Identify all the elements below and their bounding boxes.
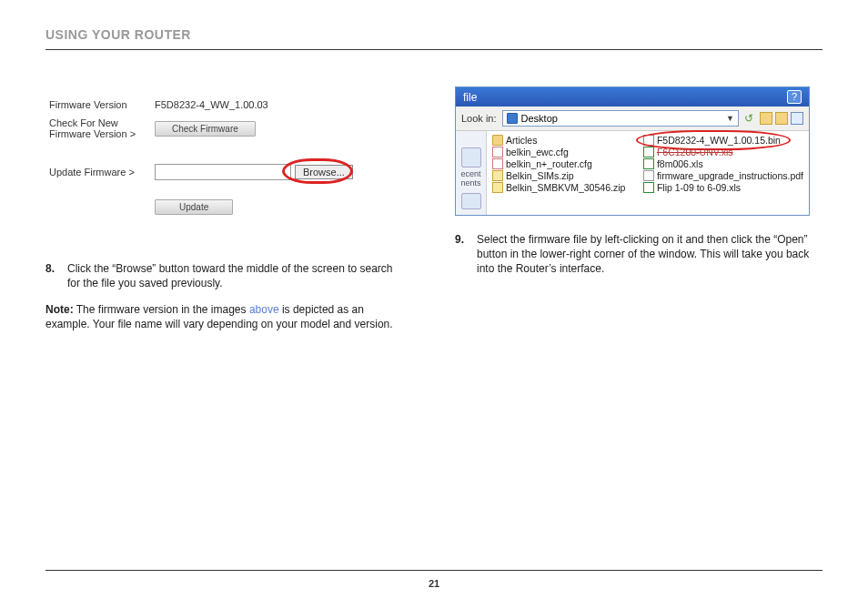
back-icon[interactable]: ↺ [744, 112, 757, 125]
browse-button[interactable]: Browse... [295, 165, 353, 179]
file-dialog-sidebar: ecent nents [456, 131, 487, 215]
file-listing: Articlesbelkin_ewc.cfgbelkin_n+_router.c… [487, 131, 809, 215]
up-icon[interactable] [760, 112, 772, 125]
update-firmware-label: Update Firmware > [45, 167, 155, 178]
pdf-icon [643, 170, 654, 181]
desktop-icon [507, 113, 518, 124]
new-folder-icon[interactable] [775, 112, 788, 125]
check-firmware-button[interactable]: Check Firmware [155, 121, 256, 137]
update-button[interactable]: Update [155, 199, 233, 215]
file-item[interactable]: belkin_ewc.cfg [492, 147, 634, 157]
content-columns: Firmware Version F5D8232-4_WW_1.00.03 Ch… [45, 86, 823, 331]
step-8-text: Click the “Browse” button toward the mid… [67, 261, 400, 290]
view-icon[interactable] [791, 112, 803, 125]
step-9-text: Select the firmware file by left-clickin… [477, 232, 823, 277]
file-item[interactable]: belkin_n+_router.cfg [492, 158, 634, 169]
file-name: F6C1200-UNV.xls [657, 147, 733, 157]
cfg-icon [492, 147, 503, 157]
recent-icon[interactable] [461, 147, 481, 167]
file-column-2: F5D8232-4_WW_1.00.15.binF6C1200-UNV.xlsf… [643, 135, 803, 211]
left-column: Firmware Version F5D8232-4_WW_1.00.03 Ch… [45, 86, 400, 331]
update-firmware-row: Update Firmware > Browse... [45, 163, 400, 181]
file-dialog-title: file [463, 91, 477, 104]
help-icon[interactable]: ? [787, 90, 802, 104]
file-dialog-screenshot: file ? Look in: Desktop ▼ ↺ [455, 86, 810, 216]
update-button-row: Update [45, 198, 400, 216]
documents-icon[interactable] [461, 193, 481, 209]
check-firmware-row: Check For New Firmware Version > Check F… [45, 117, 400, 139]
sidebar-text-bot: nents [456, 178, 486, 188]
sidebar-text-top: ecent [456, 169, 486, 178]
xls-icon [643, 158, 654, 169]
file-name: belkin_n+_router.cfg [506, 158, 592, 169]
firmware-screenshot: Firmware Version F5D8232-4_WW_1.00.03 Ch… [45, 86, 400, 225]
firmware-version-label: Firmware Version [45, 99, 155, 110]
chevron-down-icon: ▼ [726, 114, 734, 123]
cfg-icon [492, 158, 503, 169]
file-item[interactable]: Articles [492, 135, 634, 146]
note-label: Note: [45, 303, 74, 316]
firmware-version-row: Firmware Version F5D8232-4_WW_1.00.03 [45, 96, 400, 114]
zip-icon [492, 182, 503, 193]
zip-icon [492, 170, 503, 181]
lookin-combo[interactable]: Desktop ▼ [502, 110, 739, 127]
file-name: belkin_ewc.cfg [506, 147, 569, 157]
file-name: F5D8232-4_WW_1.00.15.bin [657, 135, 781, 146]
file-item[interactable]: Flip 1-09 to 6-09.xls [643, 182, 803, 193]
xls-icon [643, 147, 654, 157]
file-item[interactable]: Belkin_SMBKVM_30546.zip [492, 182, 634, 193]
firmware-version-value: F5D8232-4_WW_1.00.03 [155, 99, 268, 110]
file-item[interactable]: f8m006.xls [643, 158, 803, 169]
step-9: 9. Select the firmware file by left-clic… [455, 232, 823, 277]
file-item[interactable]: firmware_upgrade_instructions.pdf [643, 170, 803, 181]
file-name: Belkin_SMBKVM_30546.zip [506, 182, 625, 193]
check-firmware-label: Check For New Firmware Version > [45, 117, 155, 139]
footer-rule [45, 570, 823, 571]
note-paragraph: Note: The firmware version in the images… [45, 302, 400, 331]
step-9-number: 9. [455, 232, 469, 277]
file-name: Articles [506, 135, 537, 146]
bin-icon [643, 135, 654, 146]
file-dialog-titlebar: file ? [456, 87, 809, 107]
file-item[interactable]: F6C1200-UNV.xls [643, 147, 803, 157]
file-item[interactable]: F5D8232-4_WW_1.00.15.bin [643, 135, 803, 146]
file-name: firmware_upgrade_instructions.pdf [657, 170, 803, 181]
xls-icon [643, 182, 654, 193]
header-rule [45, 49, 823, 50]
file-name: f8m006.xls [657, 158, 703, 169]
lookin-label: Look in: [461, 113, 497, 124]
lookin-value: Desktop [521, 113, 558, 124]
above-link[interactable]: above [249, 303, 279, 316]
firmware-path-input[interactable] [155, 164, 291, 180]
step-8-number: 8. [45, 261, 60, 290]
step-8: 8. Click the “Browse” button toward the … [45, 261, 400, 290]
file-item[interactable]: Belkin_SIMs.zip [492, 170, 634, 181]
file-dialog-body: ecent nents Articlesbelkin_ewc.cfgbelkin… [456, 131, 809, 215]
toolbar-icons: ↺ [744, 112, 803, 125]
file-column-1: Articlesbelkin_ewc.cfgbelkin_n+_router.c… [492, 135, 634, 211]
file-name: Flip 1-09 to 6-09.xls [657, 182, 741, 193]
file-dialog-toolbar: Look in: Desktop ▼ ↺ [456, 107, 809, 131]
note-text-a: The firmware version in the images [74, 303, 249, 316]
page-header: USING YOUR ROUTER [45, 27, 823, 42]
file-name: Belkin_SIMs.zip [506, 170, 574, 181]
folder-icon [492, 135, 503, 146]
page-number: 21 [0, 578, 868, 589]
right-column: file ? Look in: Desktop ▼ ↺ [455, 86, 823, 331]
